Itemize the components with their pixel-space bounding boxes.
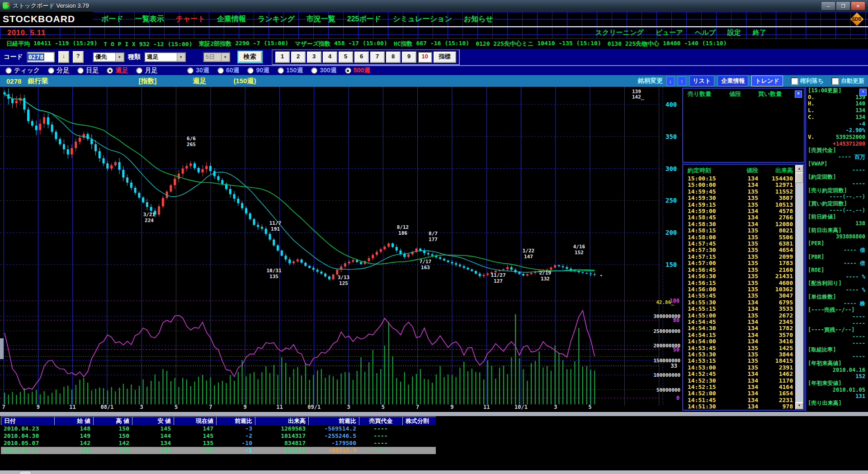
tape-row: 15:00:15134154430 xyxy=(683,175,804,182)
period-option-300週[interactable]: 300週 xyxy=(311,66,336,75)
info-line: C.134 xyxy=(806,114,868,121)
radio-icon xyxy=(187,67,193,74)
table-row[interactable]: 2010.05.07142142134135-10834817-179500--… xyxy=(1,440,436,447)
ex-rights-checkbox[interactable]: 権利落ち xyxy=(791,77,824,85)
restore-button[interactable]: ❐ xyxy=(836,1,850,10)
period-option-ティック[interactable]: ティック xyxy=(5,66,40,75)
menu-item-チャート[interactable]: チャート xyxy=(176,14,205,24)
period-option-日足[interactable]: 日足 xyxy=(77,66,99,75)
menu-item-市況一覧[interactable]: 市況一覧 xyxy=(307,14,335,24)
page-button-2[interactable]: 2 xyxy=(291,52,306,63)
info-line: [PBR] xyxy=(806,254,868,261)
utility-link-スクリーニング[interactable]: スクリーニング xyxy=(595,28,644,37)
menu-item-企業情報[interactable]: 企業情報 xyxy=(217,14,246,24)
symbol-up-button[interactable]: ↑ xyxy=(678,76,686,86)
svg-text:08/1: 08/1 xyxy=(100,404,113,410)
menu-item-一覧表示[interactable]: 一覧表示 xyxy=(135,14,164,24)
table-row[interactable]: 2010.05.11136140134134-1933133+98315.9--… xyxy=(1,447,436,454)
utility-link-終了[interactable]: 終了 xyxy=(753,28,766,37)
symbol-down-button[interactable]: ↓ xyxy=(666,76,675,86)
utility-link-設定[interactable]: 設定 xyxy=(727,28,741,37)
info-line: [年初来安値] xyxy=(806,380,868,387)
minimize-button[interactable]: – xyxy=(821,1,835,10)
info-line: O.139 xyxy=(806,94,868,101)
list-button[interactable]: リスト xyxy=(689,76,715,86)
tape-row: 15:00:0013412971 xyxy=(683,182,804,188)
period-option-60週[interactable]: 60週 xyxy=(217,66,240,75)
period-option-月足[interactable]: 月足 xyxy=(136,66,157,75)
period-option-30週[interactable]: 30週 xyxy=(187,66,209,75)
svg-text:132: 132 xyxy=(541,276,550,282)
page-button-9[interactable]: 9 xyxy=(402,52,416,63)
current-date: 2010. 5.11 xyxy=(0,29,46,37)
period-option-150週[interactable]: 150週 xyxy=(278,66,303,75)
code-input[interactable]: 0278 xyxy=(27,52,55,62)
page-button-7[interactable]: 7 xyxy=(370,52,385,63)
tape-row: 14:56:151354600 xyxy=(683,280,804,286)
page-button-10[interactable]: 10 xyxy=(418,52,432,63)
trend-button[interactable]: トレンド xyxy=(751,76,783,86)
info-line: 2010.04.16 xyxy=(806,367,868,374)
table-row[interactable]: 2010.04.23148150145147-31269563-569514.2… xyxy=(1,425,436,432)
svg-text:0: 0 xyxy=(676,395,679,401)
page-button-1[interactable]: 1 xyxy=(275,52,290,63)
close-icon[interactable]: × xyxy=(859,89,867,96)
utility-link-ヘルプ[interactable]: ヘルプ xyxy=(695,28,716,37)
svg-text:250000000: 250000000 xyxy=(653,328,680,334)
svg-text:10/31: 10/31 xyxy=(266,268,281,274)
page-button-6[interactable]: 6 xyxy=(354,52,369,63)
code-spin-button[interactable]: ↓ xyxy=(58,51,69,63)
menu-item-ボード[interactable]: ボード xyxy=(101,14,123,24)
scroll-down-icon[interactable]: ▼ xyxy=(795,402,803,409)
info-line: ---- xyxy=(806,340,868,347)
priority-dropdown[interactable]: 優先▼ xyxy=(93,52,124,62)
period-option-500週[interactable]: 500週 xyxy=(345,66,370,75)
info-line: ---- % xyxy=(806,274,868,280)
search-button[interactable]: 検索 xyxy=(238,52,262,62)
page-button-3[interactable]: 3 xyxy=(307,52,321,63)
tape-row: 14:51:451342231 xyxy=(683,397,804,403)
close-button[interactable]: ✕ xyxy=(851,1,865,10)
tape-row: 14:56:3013521431 xyxy=(683,273,804,280)
tape-scrollbar[interactable]: ▲ ▼ xyxy=(795,165,803,409)
window-titlebar: ストックボード Version 3.79 – ❐ ✕ xyxy=(0,0,868,12)
svg-text:42.86_: 42.86_ xyxy=(656,299,674,305)
chart-range: (150週) xyxy=(233,77,256,85)
tape-row: 14:55:451353047 xyxy=(683,293,804,299)
menu-item-シミュレーション[interactable]: シミュレーション xyxy=(393,14,452,24)
chevron-down-icon: ▼ xyxy=(115,53,123,61)
period-option-分足[interactable]: 分足 xyxy=(48,66,69,75)
info-line: ---- xyxy=(806,353,868,360)
tape-row: 14:52:451341462 xyxy=(683,371,804,377)
page-button-8[interactable]: 8 xyxy=(386,52,401,63)
menu-item-ランキング[interactable]: ランキング xyxy=(258,14,295,24)
scrollbar-thumb[interactable] xyxy=(795,172,803,183)
tape-row: 14:59:1513510513 xyxy=(683,202,804,208)
ticker-item: 日経平均10411-119(15:29) xyxy=(6,40,97,48)
indicator-button[interactable]: 指標 xyxy=(434,52,456,63)
tape-row: 14:53:301353844 xyxy=(683,351,804,358)
period-option-週足[interactable]: 週足 xyxy=(107,66,128,75)
svg-text:100000000: 100000000 xyxy=(653,372,680,378)
help-button[interactable]: ? xyxy=(73,51,84,63)
corp-info-button[interactable]: 企業情報 xyxy=(717,76,748,86)
period-option-90週[interactable]: 90週 xyxy=(247,66,269,75)
page-button-5[interactable]: 5 xyxy=(339,52,353,63)
tape-row: 14:54:451342345 xyxy=(683,319,804,325)
chart-title-bar: 0278 銀行業 [指数] 週足 (150週) 銘柄変更 ↓ ↑ リスト 企業情… xyxy=(0,75,868,87)
svg-text:50000000: 50000000 xyxy=(656,387,680,393)
info-line: 2010.01.05 xyxy=(806,387,868,393)
info-line: [買い約定回数] xyxy=(806,200,868,207)
table-row[interactable]: 2010.04.30149150144145-21014317-255246.5… xyxy=(1,432,436,440)
page-button-4[interactable]: 4 xyxy=(323,52,337,63)
menu-item-お知らせ[interactable]: お知らせ xyxy=(464,14,493,24)
close-icon[interactable]: × xyxy=(795,90,802,98)
scroll-up-icon[interactable]: ▲ xyxy=(795,165,803,172)
menu-item-225ボード[interactable]: 225ボード xyxy=(347,14,381,24)
utility-link-ビューア[interactable]: ビューア xyxy=(656,28,683,37)
svg-text:11/7: 11/7 xyxy=(269,220,282,226)
info-line: [年初来高値] xyxy=(806,360,868,367)
auto-update-checkbox[interactable]: 自動更新 xyxy=(831,77,864,85)
radio-icon xyxy=(278,67,284,74)
timeframe-dropdown[interactable]: 週足▼ xyxy=(144,52,186,62)
